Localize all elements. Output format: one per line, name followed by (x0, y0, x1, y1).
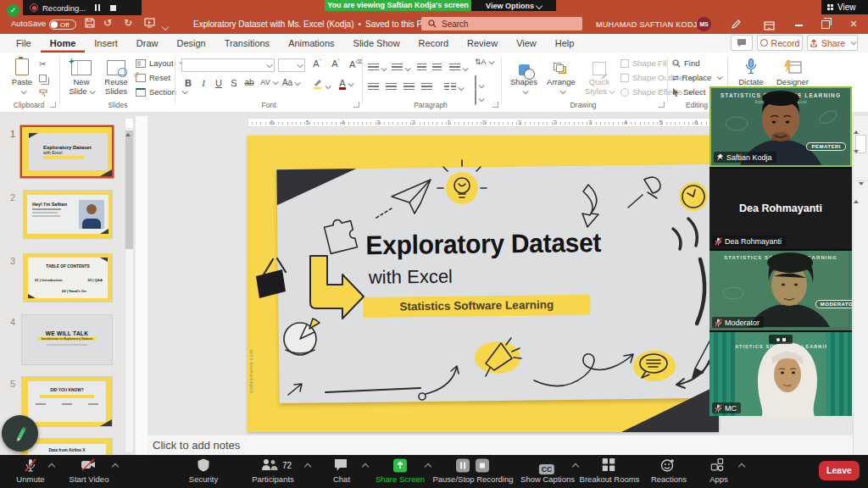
arrange-button[interactable]: Arrange (543, 55, 579, 96)
decrease-indent-button[interactable] (417, 59, 426, 75)
search-input[interactable]: Search (421, 17, 582, 30)
unmute-options-chevron[interactable] (48, 463, 55, 470)
pause-recording-icon[interactable] (95, 4, 100, 11)
slide-thumbnail-4[interactable]: WE WILL TALK Introduction to Exploratory… (22, 315, 112, 364)
share-button[interactable]: Share (807, 35, 858, 51)
breakout-rooms-button[interactable] (603, 458, 615, 474)
stop-recording-icon[interactable] (110, 5, 116, 11)
line-spacing-button[interactable] (449, 59, 467, 75)
tab-file[interactable]: File (7, 34, 41, 53)
avatar[interactable]: MS (697, 17, 711, 31)
account-name[interactable]: MUHAMAD SAFTIAN KODJA (596, 20, 703, 29)
tab-animations[interactable]: Animations (279, 34, 343, 53)
scrollbar-up-icon[interactable] (854, 116, 859, 134)
tab-record[interactable]: Record (409, 34, 458, 53)
scroll-up-arrow[interactable] (125, 119, 133, 129)
share-screen-button[interactable] (393, 458, 408, 476)
quick-access-chevron-icon[interactable] (162, 24, 169, 30)
dictate-button[interactable]: Dictate (734, 55, 768, 86)
italic-button[interactable]: I (197, 78, 210, 88)
reuse-slides-button[interactable]: ReuseSlides (99, 55, 133, 96)
video-tile-moderator[interactable]: STATISTICS SOFTWARE LEARNING MODERATOR M… (709, 251, 852, 330)
ink-pen-icon[interactable] (731, 18, 742, 33)
reset-button[interactable]: ↺ Reset (136, 71, 170, 84)
tab-help[interactable]: Help (546, 34, 584, 53)
cut-button[interactable]: ✂ (39, 58, 46, 70)
apps-chevron[interactable] (738, 463, 745, 470)
start-video-button[interactable] (81, 458, 96, 474)
bold-button[interactable]: B (181, 78, 195, 88)
shapes-button[interactable]: Shapes (507, 55, 541, 96)
tab-slide-show[interactable]: Slide Show (344, 34, 409, 53)
replace-button[interactable]: ⇄ Replace (672, 71, 721, 84)
minimize-button[interactable] (795, 25, 803, 26)
notes-placeholder[interactable]: Click to add notes (153, 439, 240, 452)
format-painter-button[interactable] (39, 86, 48, 99)
share-options-chevron[interactable] (425, 463, 431, 470)
font-name-combo[interactable] (181, 58, 275, 72)
tab-draw[interactable]: Draw (127, 34, 168, 53)
tab-transitions[interactable]: Transitions (215, 34, 279, 53)
underline-button[interactable]: U (212, 78, 225, 88)
character-spacing-button[interactable]: AV (259, 78, 278, 86)
paragraph-dialog-launcher[interactable] (492, 102, 498, 108)
close-button[interactable]: × (850, 17, 857, 30)
numbering-button[interactable] (392, 59, 409, 75)
chat-button[interactable] (334, 458, 348, 474)
select-button[interactable]: Select (672, 86, 705, 98)
scrollbar-down-icon[interactable] (854, 150, 859, 168)
redo-icon[interactable]: ↻ (124, 17, 132, 29)
clipboard-dialog-launcher[interactable] (50, 102, 56, 108)
participants-chevron[interactable] (304, 463, 311, 470)
slide-scrollbar[interactable] (853, 116, 868, 455)
apps-button[interactable] (711, 458, 724, 474)
designer-button[interactable]: Designer (773, 55, 812, 86)
unmute-button[interactable] (24, 458, 37, 475)
undo-icon[interactable]: ↺ (103, 17, 112, 29)
bullets-button[interactable] (368, 59, 386, 75)
captions-chevron[interactable] (572, 463, 579, 470)
tab-home[interactable]: Home (41, 34, 86, 53)
justify-button[interactable] (421, 79, 432, 94)
slide-thumbnail-5[interactable]: DID YOU KNOW? (22, 377, 112, 426)
slide-thumbnail-3[interactable]: TABLE OF CONTENTS 01 | Introduction 03 |… (24, 254, 112, 302)
slide-thumbnail-1[interactable]: Exploratory Dataset with Excel (22, 127, 112, 176)
record-button[interactable]: Record (757, 35, 803, 51)
increase-indent-button[interactable] (432, 59, 442, 75)
align-right-button[interactable] (403, 79, 415, 94)
drawing-dialog-launcher[interactable] (659, 102, 665, 108)
clear-formatting-button[interactable]: A⌫ (349, 58, 363, 69)
quick-styles-button[interactable]: QuickStyles (581, 55, 617, 96)
font-color-button[interactable]: A (336, 78, 356, 90)
save-icon[interactable] (85, 18, 95, 30)
security-button[interactable] (198, 458, 210, 475)
shape-fill-button[interactable]: Shape Fill (620, 57, 678, 69)
tab-design[interactable]: Design (167, 34, 214, 53)
comments-button[interactable] (731, 35, 753, 51)
copy-button[interactable] (39, 72, 47, 85)
align-left-button[interactable] (368, 79, 379, 94)
zoom-view-button[interactable]: View (821, 0, 868, 14)
scrollbar-thumb[interactable] (125, 130, 133, 249)
new-slide-button[interactable]: + NewSlide (65, 55, 97, 96)
paste-button[interactable]: Paste (7, 55, 37, 96)
shrink-font-button[interactable]: Aˇ (329, 58, 342, 69)
participants-button[interactable] (261, 458, 278, 474)
horizontal-ruler[interactable]: 65 43 21 01 23 45 6 (248, 118, 720, 127)
find-button[interactable]: Find (672, 57, 699, 69)
tab-insert[interactable]: Insert (85, 34, 127, 53)
view-options-button[interactable]: View Options (471, 0, 556, 11)
video-tile-mc[interactable]: STATISTICS SOFTWARE LEARNING MC (709, 332, 852, 416)
chat-chevron[interactable] (362, 463, 369, 470)
grow-font-button[interactable]: Aˆ (310, 58, 324, 69)
video-tile-saftian[interactable]: STATISTICS SOFTWARE LEARNING Exploratory… (709, 86, 852, 167)
tab-view[interactable]: View (507, 34, 546, 53)
video-options-chevron[interactable] (112, 463, 119, 470)
pause-recording-button[interactable] (456, 458, 470, 476)
autosave-toggle[interactable]: Off (49, 19, 76, 30)
leave-button[interactable]: Leave (819, 461, 860, 480)
slide-thumbnail-2[interactable]: Hey! I'm Saftian (24, 191, 112, 238)
ribbon-display-options-icon[interactable] (764, 19, 775, 34)
annotation-pencil-button[interactable] (2, 415, 38, 452)
start-slideshow-icon[interactable] (144, 18, 155, 30)
